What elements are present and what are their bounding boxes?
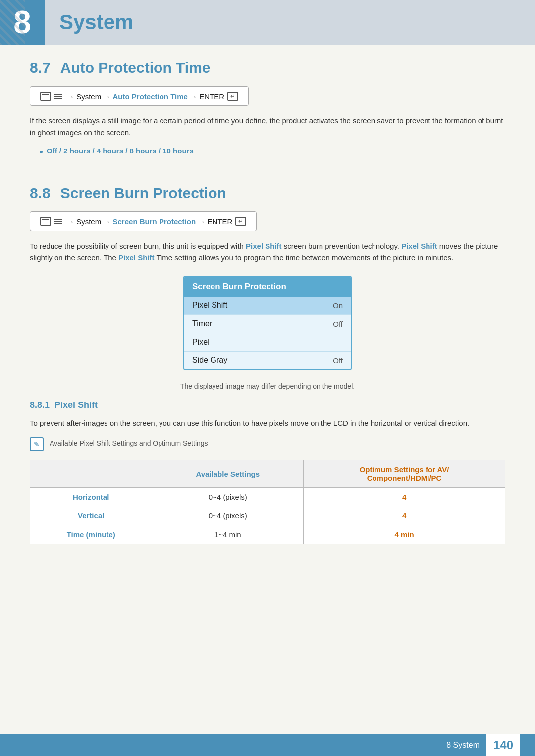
screen-burn-dialog: Screen Burn Protection Pixel Shift On Ti… xyxy=(183,276,352,370)
section-87-title: Auto Protection Time xyxy=(60,59,211,76)
sub-section-881-heading: 8.8.1 Pixel Shift xyxy=(30,400,505,410)
section-87-bullets: Off / 2 hours / 4 hours / 8 hours / 10 h… xyxy=(40,147,505,155)
bullet-dot xyxy=(40,151,43,153)
dialog-row-side-gray[interactable]: Side Gray Off xyxy=(184,352,351,369)
note-text: Available Pixel Shift Settings and Optim… xyxy=(50,437,208,447)
options-text: Off / 2 hours / 4 hours / 8 hours / 10 h… xyxy=(47,147,194,155)
menu-path-88-text: → System → Screen Burn Protection → ENTE… xyxy=(67,217,232,226)
menu-path-88: → System → Screen Burn Protection → ENTE… xyxy=(30,211,257,231)
enter-icon-87: ↵ xyxy=(227,92,238,101)
section-87-heading: 8.7 Auto Protection Time xyxy=(30,59,505,76)
dialog-container: Screen Burn Protection Pixel Shift On Ti… xyxy=(30,276,505,370)
menu-path-87-text: → System → Auto Protection Time → ENTER xyxy=(67,92,224,101)
menu-img-icon xyxy=(40,92,51,101)
section-88-body: To reduce the possibility of screen burn… xyxy=(30,240,505,264)
footer-page-number: 140 xyxy=(486,734,520,756)
menu-path-87-highlight: Auto Protection Time xyxy=(113,92,188,101)
footer-label: 8 System xyxy=(446,741,480,750)
chapter-number: 8 xyxy=(13,6,31,38)
dialog-row-timer-value: Off xyxy=(333,320,343,328)
dialog-row-timer-label: Timer xyxy=(192,319,212,328)
section-88-number: 8.8 xyxy=(30,185,51,202)
page-content: 8.7 Auto Protection Time → System → Auto… xyxy=(0,59,535,584)
table-cell-vertical-label: Vertical xyxy=(30,506,152,525)
pixel-shift-table: Available Settings Optimum Settings for … xyxy=(30,460,505,544)
dialog-row-side-gray-label: Side Gray xyxy=(192,356,227,365)
table-row-vertical: Vertical 0~4 (pixels) 4 xyxy=(30,506,505,525)
table-row-horizontal: Horizontal 0~4 (pixels) 4 xyxy=(30,488,505,506)
chapter-title-box: System xyxy=(45,0,535,45)
dialog-row-pixel-shift-value: On xyxy=(333,302,343,310)
divider-1 xyxy=(30,165,505,180)
sub-section-881-body: To prevent after-images on the screen, y… xyxy=(30,417,505,429)
table-header-optimum: Optimum Settings for AV/Component/HDMI/P… xyxy=(304,460,505,488)
enter-icon-88: ↵ xyxy=(235,217,246,226)
table-header-row: Available Settings Optimum Settings for … xyxy=(30,460,505,488)
bullet-item-options: Off / 2 hours / 4 hours / 8 hours / 10 h… xyxy=(40,147,505,155)
note-box: Available Pixel Shift Settings and Optim… xyxy=(30,437,505,451)
table-header-empty xyxy=(30,460,152,488)
menu-icon-87 xyxy=(40,92,64,101)
table-cell-horizontal-label: Horizontal xyxy=(30,488,152,506)
menu-path-88-highlight: Screen Burn Protection xyxy=(113,217,196,226)
page-footer: 8 System 140 xyxy=(0,734,535,756)
dialog-row-pixel-shift-label: Pixel Shift xyxy=(192,301,227,310)
pixel-shift-ref-3: Pixel Shift xyxy=(118,253,155,262)
sub-section-881-number: 8.8.1 xyxy=(30,400,50,410)
table-cell-horizontal-optimum: 4 xyxy=(304,488,505,506)
dialog-row-side-gray-value: Off xyxy=(333,356,343,365)
menu-bars-icon xyxy=(54,94,62,99)
chapter-title: System xyxy=(59,10,133,34)
table-row-time: Time (minute) 1~4 min 4 min xyxy=(30,525,505,544)
table-cell-vertical-optimum: 4 xyxy=(304,506,505,525)
page-header: 8 System xyxy=(0,0,535,45)
dialog-row-pixel-shift[interactable]: Pixel Shift On xyxy=(184,297,351,315)
pixel-shift-ref-2: Pixel Shift xyxy=(401,242,437,250)
table-cell-vertical-available: 0~4 (pixels) xyxy=(152,506,304,525)
section-87-number: 8.7 xyxy=(30,59,51,76)
menu-path-87: → System → Auto Protection Time → ENTER … xyxy=(30,86,249,106)
dialog-title: Screen Burn Protection xyxy=(184,277,351,297)
dialog-caption: The displayed image may differ depending… xyxy=(30,382,505,390)
table-cell-time-label: Time (minute) xyxy=(30,525,152,544)
table-cell-horizontal-available: 0~4 (pixels) xyxy=(152,488,304,506)
chapter-number-box: 8 xyxy=(0,0,45,45)
sub-section-881-title: Pixel Shift xyxy=(54,400,98,410)
dialog-row-timer[interactable]: Timer Off xyxy=(184,315,351,333)
menu-bars-icon-2 xyxy=(54,219,62,224)
table-header-available: Available Settings xyxy=(152,460,304,488)
dialog-row-pixel-label: Pixel xyxy=(192,338,210,347)
dialog-row-pixel[interactable]: Pixel xyxy=(184,333,351,352)
menu-icon-88 xyxy=(40,217,64,226)
menu-img-icon-2 xyxy=(40,217,51,226)
table-cell-time-optimum: 4 min xyxy=(304,525,505,544)
table-cell-time-available: 1~4 min xyxy=(152,525,304,544)
pixel-shift-ref-1: Pixel Shift xyxy=(246,242,282,250)
section-88-heading: 8.8 Screen Burn Protection xyxy=(30,185,505,202)
section-88-title: Screen Burn Protection xyxy=(60,185,226,202)
note-icon xyxy=(30,437,44,451)
section-87-body: If the screen displays a still image for… xyxy=(30,115,505,139)
